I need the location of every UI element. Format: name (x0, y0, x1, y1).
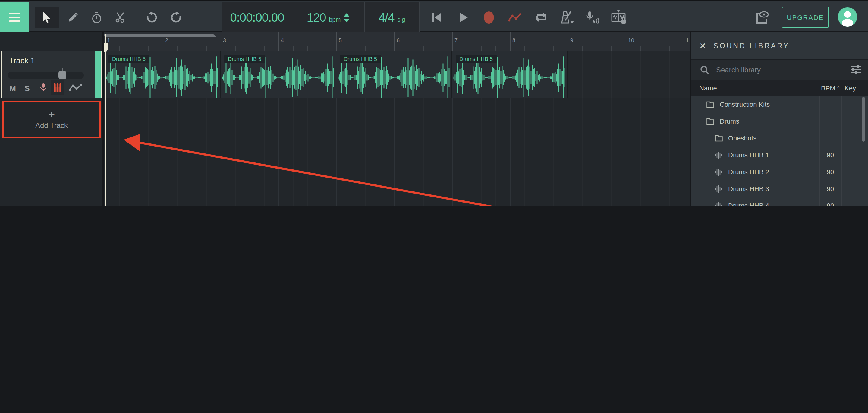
ruler-bar: 10 (626, 32, 684, 51)
toolbar-divider (134, 6, 134, 29)
ruler-bar: 5 (336, 32, 394, 51)
bpm-down-icon[interactable] (344, 19, 350, 22)
record-icon (483, 11, 495, 24)
metronome-button[interactable] (558, 8, 576, 27)
search-input[interactable] (715, 65, 830, 75)
clip-label: Drums HHB 5 (456, 55, 496, 63)
bpm-unit: bpm (329, 16, 341, 23)
sound-bpm: 90 (819, 151, 841, 158)
playhead-line[interactable] (105, 34, 106, 206)
pencil-icon (67, 12, 78, 23)
play-button[interactable] (455, 8, 472, 27)
track-1-lane[interactable]: Drums HHB 5 Drums HHB 5 Drums HHB 5 (104, 51, 689, 98)
close-icon[interactable]: ✕ (699, 41, 706, 50)
ruler-bar: 7 (452, 32, 510, 51)
track-automation-button[interactable] (68, 82, 83, 93)
track-mic-button[interactable] (38, 82, 49, 94)
loop-region-bar[interactable] (104, 34, 217, 37)
record-button[interactable] (480, 8, 498, 27)
audio-clip[interactable]: Drums HHB 5 (105, 51, 221, 98)
column-bpm[interactable]: BPM (821, 84, 835, 92)
sound-name: Drums HHB 4 (728, 202, 769, 206)
sound-name: Drums HHB 2 (728, 168, 769, 175)
sound-bpm: 90 (819, 185, 841, 192)
column-name[interactable]: Name (699, 84, 717, 92)
timer-tool-button[interactable] (84, 7, 108, 28)
sound-name: Oneshots (728, 135, 756, 142)
playhead-flag-icon[interactable] (104, 43, 108, 53)
column-separator (841, 96, 842, 206)
track-mute-button[interactable]: M (7, 83, 18, 93)
draw-tool-button[interactable] (60, 7, 84, 28)
redo-button[interactable] (164, 7, 188, 28)
ruler-bar: 11 (684, 32, 689, 51)
piano-icon (53, 83, 61, 92)
volume-slider-thumb[interactable] (59, 71, 66, 79)
clip-label: Drums HHB 5 (340, 55, 381, 63)
track-1-header[interactable]: Track 1 M S (1, 51, 102, 98)
cut-tool-button[interactable] (108, 7, 133, 28)
user-avatar[interactable] (838, 7, 857, 27)
track-solo-button[interactable]: S (22, 83, 33, 93)
timeline-grid[interactable] (104, 98, 689, 206)
timeline-ruler[interactable]: 1234567891011 (104, 32, 689, 51)
audio-clip[interactable]: Drums HHB 5 (452, 51, 568, 98)
track-instrument-button[interactable] (51, 80, 64, 95)
sig-unit: sig (398, 16, 405, 23)
folder-icon (715, 135, 723, 141)
stopwatch-icon (91, 12, 101, 23)
track-color-strip (95, 51, 101, 98)
microphone-icon (40, 83, 47, 93)
bpm-control[interactable]: 120 bpm (292, 2, 364, 33)
menu-button[interactable] (0, 2, 29, 33)
add-track-label: Add Track (35, 121, 68, 129)
loop-button[interactable] (532, 8, 550, 27)
track-name[interactable]: Track 1 (9, 56, 35, 65)
region-lock-icon (611, 10, 626, 25)
undo-button[interactable] (140, 7, 164, 28)
snap-regions-button[interactable] (610, 8, 627, 27)
ruler-bar: 3 (221, 32, 278, 51)
sound-bpm: 90 (819, 202, 841, 206)
automation-zigzag-icon (69, 84, 82, 91)
user-avatar-icon (838, 7, 857, 27)
toolbar: 0:00:00.00 120 bpm 4/4 sig (0, 0, 868, 32)
sound-name: Drums (720, 118, 739, 125)
daw-app: 0:00:00.00 120 bpm 4/4 sig (0, 0, 868, 206)
skip-to-start-button[interactable] (427, 8, 445, 27)
time-value: 0:00:00.00 (230, 10, 284, 24)
plus-icon: + (48, 110, 55, 119)
mic-speaker-icon (585, 11, 599, 24)
sound-library-panel: ✕ SOUND LIBRARY Name BPM ^ Key (689, 32, 868, 206)
library-scrollbar[interactable] (862, 97, 865, 142)
bpm-up-icon[interactable] (344, 13, 350, 17)
upgrade-button[interactable]: UPGRADE (782, 7, 829, 28)
library-search-bar[interactable] (691, 60, 868, 80)
time-display[interactable]: 0:00:00.00 (222, 2, 292, 33)
audio-clip[interactable]: Drums HHB 5 (221, 51, 336, 98)
waveform-icon (715, 185, 723, 193)
share-button[interactable] (753, 8, 772, 27)
automation-icon (508, 13, 521, 22)
waveform-icon (715, 168, 723, 176)
scissors-icon (115, 12, 126, 23)
sound-library-title: SOUND LIBRARY (713, 42, 789, 49)
column-key[interactable]: Key (844, 84, 856, 92)
sort-asc-icon[interactable]: ^ (837, 85, 840, 91)
play-icon (459, 12, 468, 23)
time-signature-control[interactable]: 4/4 sig (364, 2, 420, 33)
column-separator (819, 96, 820, 206)
timeline-area[interactable]: 1234567891011 Drums HHB 5 Drums HHB 5 (104, 32, 689, 206)
loop-icon (535, 11, 548, 24)
track-volume-slider[interactable] (8, 72, 84, 79)
sound-name: Construction Kits (720, 101, 770, 108)
bpm-stepper[interactable] (344, 13, 350, 22)
select-tool-button[interactable] (35, 7, 59, 28)
add-track-button[interactable]: + Add Track (2, 101, 101, 138)
input-monitor-button[interactable] (583, 8, 601, 27)
audio-clip[interactable]: Drums HHB 5 (336, 51, 452, 98)
cursor-icon (42, 12, 52, 23)
filter-sliders-icon[interactable] (850, 65, 861, 74)
automation-button[interactable] (506, 8, 524, 27)
library-column-headers[interactable]: Name BPM ^ Key (691, 80, 868, 96)
